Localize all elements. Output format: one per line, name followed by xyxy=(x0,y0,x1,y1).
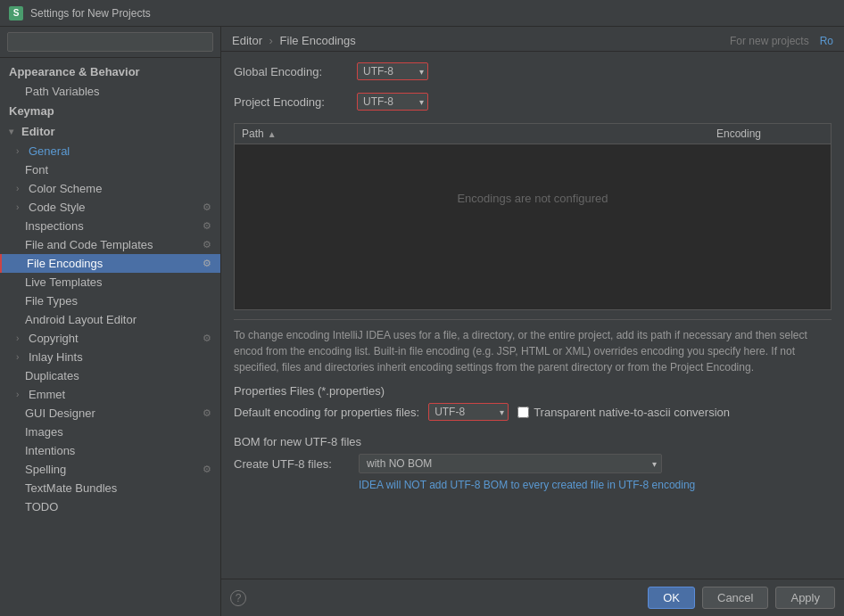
nav-tree: Appearance & Behavior Path Variables Key… xyxy=(0,58,220,616)
right-panel: Editor › File Encodings For new projects… xyxy=(221,27,844,616)
apply-button[interactable]: Apply xyxy=(775,587,835,609)
sidebar-item-code-style[interactable]: › Code Style ⚙ xyxy=(0,198,220,217)
sidebar-item-duplicates[interactable]: Duplicates xyxy=(0,366,220,385)
sidebar-item-inspections[interactable]: Inspections ⚙ xyxy=(0,217,220,235)
reset-link[interactable]: Ro xyxy=(820,35,833,47)
bom-select[interactable]: with NO BOM xyxy=(359,454,662,473)
gui-designer-icon: ⚙ xyxy=(203,407,211,419)
properties-encoding-select[interactable]: UTF-8 xyxy=(428,403,509,421)
ok-button[interactable]: OK xyxy=(648,587,695,609)
inlay-hints-chevron: › xyxy=(16,352,25,362)
main-content: Appearance & Behavior Path Variables Key… xyxy=(0,27,844,616)
sidebar-item-path-variables[interactable]: Path Variables xyxy=(0,82,220,101)
bom-section-title: BOM for new UTF-8 files xyxy=(234,435,832,448)
encoding-table: Path ▲ Encoding Encodings are not config… xyxy=(234,123,832,310)
global-encoding-select[interactable]: UTF-8 xyxy=(357,62,428,80)
sidebar-item-emmet[interactable]: › Emmet xyxy=(0,385,220,404)
copyright-icon: ⚙ xyxy=(203,333,211,344)
properties-row: Default encoding for properties files: U… xyxy=(234,403,832,421)
sidebar-item-color-scheme[interactable]: › Color Scheme xyxy=(0,179,220,198)
project-encoding-label: Project Encoding: xyxy=(234,95,350,109)
sidebar-item-inlay-hints[interactable]: › Inlay Hints xyxy=(0,348,220,366)
default-encoding-label: Default encoding for properties files: xyxy=(234,406,419,419)
sidebar-item-general[interactable]: › General xyxy=(0,142,220,160)
table-header: Path ▲ Encoding xyxy=(235,124,831,144)
for-new-projects-label: For new projects xyxy=(730,35,809,47)
global-encoding-select-wrapper: UTF-8 xyxy=(357,62,428,80)
sidebar-item-images[interactable]: Images xyxy=(0,423,220,441)
title-bar: S Settings for New Projects xyxy=(0,0,844,27)
breadcrumb: Editor › File Encodings xyxy=(232,34,356,47)
search-input[interactable] xyxy=(7,32,213,52)
sidebar-item-file-types[interactable]: File Types xyxy=(0,292,220,310)
sidebar-item-spelling[interactable]: Spelling ⚙ xyxy=(0,460,220,479)
settings-window: S Settings for New Projects Appearance &… xyxy=(0,0,844,616)
sidebar-item-live-templates[interactable]: Live Templates xyxy=(0,273,220,292)
info-text: To change encoding IntelliJ IDEA uses fo… xyxy=(234,319,832,375)
color-scheme-chevron: › xyxy=(16,184,25,193)
transparent-checkbox-label[interactable]: Transparent native-to-ascii conversion xyxy=(517,406,730,419)
sidebar-item-keymap[interactable]: Keymap xyxy=(0,101,220,121)
panel-body: Global Encoding: UTF-8 Project Encoding:… xyxy=(221,52,844,579)
spelling-icon: ⚙ xyxy=(203,464,211,475)
sidebar-item-file-encodings[interactable]: File Encodings ⚙ xyxy=(0,254,220,273)
table-empty-message: Encodings are not configured xyxy=(235,144,831,251)
help-icon[interactable]: ? xyxy=(230,590,246,606)
editor-chevron: ▾ xyxy=(9,127,18,136)
copyright-chevron: › xyxy=(16,333,25,343)
project-encoding-select[interactable]: UTF-8 xyxy=(357,93,428,111)
bom-section: BOM for new UTF-8 files Create UTF-8 fil… xyxy=(234,435,832,491)
sidebar-item-editor[interactable]: ▾ Editor xyxy=(0,121,220,142)
bom-row: Create UTF-8 files: with NO BOM xyxy=(234,454,832,473)
table-col-encoding: Encoding xyxy=(716,127,823,140)
project-encoding-select-wrapper: UTF-8 xyxy=(357,93,428,111)
sidebar: Appearance & Behavior Path Variables Key… xyxy=(0,27,221,616)
properties-section-title: Properties Files (*.properties) xyxy=(234,384,832,398)
cancel-button[interactable]: Cancel xyxy=(702,587,768,609)
panel-header: Editor › File Encodings For new projects… xyxy=(221,27,844,52)
general-chevron: › xyxy=(16,146,25,156)
code-style-icon: ⚙ xyxy=(203,201,211,213)
sidebar-item-textmate-bundles[interactable]: TextMate Bundles xyxy=(0,479,220,497)
search-box[interactable] xyxy=(0,27,220,58)
file-encodings-icon: ⚙ xyxy=(203,258,211,269)
sidebar-item-file-and-code-templates[interactable]: File and Code Templates ⚙ xyxy=(0,235,220,254)
code-style-chevron: › xyxy=(16,202,25,212)
window-title: Settings for New Projects xyxy=(30,7,151,20)
sidebar-item-font[interactable]: Font xyxy=(0,160,220,179)
sidebar-item-todo[interactable]: TODO xyxy=(0,497,220,516)
sort-arrow: ▲ xyxy=(268,129,277,139)
transparent-checkbox[interactable] xyxy=(517,407,529,418)
emmet-chevron: › xyxy=(16,390,25,399)
sidebar-item-intentions[interactable]: Intentions xyxy=(0,441,220,460)
bom-create-label: Create UTF-8 files: xyxy=(234,457,350,471)
table-col-path: Path ▲ xyxy=(242,127,716,140)
sidebar-item-gui-designer[interactable]: GUI Designer ⚙ xyxy=(0,404,220,423)
bom-select-wrapper: with NO BOM xyxy=(359,454,662,473)
sidebar-item-copyright[interactable]: › Copyright ⚙ xyxy=(0,329,220,348)
inspections-icon: ⚙ xyxy=(203,220,211,232)
bottom-bar: ? OK Cancel Apply xyxy=(221,579,844,616)
global-encoding-row: Global Encoding: UTF-8 xyxy=(234,62,832,80)
properties-section: Properties Files (*.properties) Default … xyxy=(234,384,832,421)
sidebar-item-android-layout-editor[interactable]: Android Layout Editor xyxy=(0,310,220,329)
app-icon: S xyxy=(9,6,23,21)
project-encoding-row: Project Encoding: UTF-8 xyxy=(234,93,832,111)
file-code-templates-icon: ⚙ xyxy=(203,239,211,251)
global-encoding-label: Global Encoding: xyxy=(234,65,350,78)
properties-encoding-select-wrapper: UTF-8 xyxy=(428,403,509,421)
sidebar-item-appearance[interactable]: Appearance & Behavior xyxy=(0,62,220,82)
bom-note-link[interactable]: UTF-8 BOM xyxy=(450,479,508,491)
bom-note: IDEA will NOT add UTF-8 BOM to every cre… xyxy=(234,479,832,491)
